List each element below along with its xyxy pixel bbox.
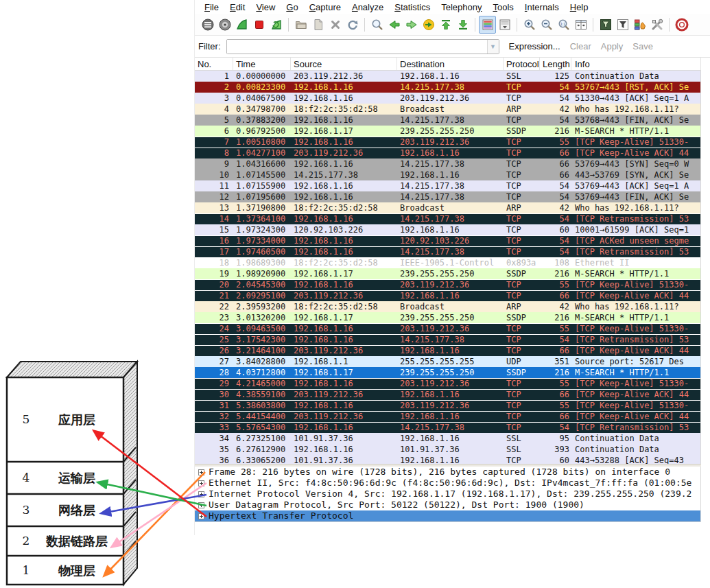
packet-row[interactable]: 9 1.04316600 192.168.1.16 14.215.177.38 … [195, 158, 700, 169]
cell-source: 192.168.1.16 [291, 400, 397, 411]
packet-row[interactable]: 17 1.97460500 192.168.1.16 14.215.177.38… [195, 246, 700, 257]
packet-row[interactable]: 23 3.01320200 192.168.1.17 239.255.255.2… [195, 312, 700, 323]
column-header-no[interactable]: No. [195, 58, 233, 70]
packet-row[interactable]: 3 0.04067500 192.168.1.16 203.119.212.36… [195, 93, 700, 104]
open-file-icon[interactable] [292, 16, 309, 34]
help-icon[interactable] [673, 16, 690, 34]
detail-row[interactable]: User Datagram Protocol, Src Port: 50122 … [195, 499, 700, 510]
coloring-rules-icon[interactable] [631, 16, 648, 34]
column-header-source[interactable]: Source [291, 58, 397, 70]
packet-row[interactable]: 33 5.57654300 192.168.1.16 14.215.177.38… [195, 422, 700, 433]
expand-plus-icon[interactable] [198, 491, 204, 497]
detail-row[interactable]: Hypertext Transfer Protocol [195, 510, 700, 521]
expand-plus-icon[interactable] [198, 480, 204, 486]
packet-row[interactable]: 11 1.07155900 192.168.1.16 14.215.177.38… [195, 180, 700, 191]
packet-row[interactable]: 2 0.00823300 192.168.1.16 14.215.177.38 … [195, 82, 700, 93]
packet-row[interactable]: 18 1.98689300 18:f2:2c:35:d2:58 IEEE-190… [195, 257, 700, 268]
packet-row[interactable]: 1 0.00000000 203.119.212.36 192.168.1.16… [195, 71, 700, 82]
expand-plus-icon[interactable] [198, 469, 204, 475]
find-packet-icon[interactable] [368, 16, 386, 34]
column-header-destination[interactable]: Destination [397, 58, 504, 70]
apply-button[interactable]: Apply [601, 41, 624, 51]
packet-row[interactable]: 5 0.37883200 192.168.1.16 14.215.177.38 … [195, 115, 700, 126]
packet-row[interactable]: 36 6.33065200 101.91.37.36 192.168.1.16 … [195, 455, 700, 464]
packet-row[interactable]: 7 1.00510800 192.168.1.16 203.119.212.36… [195, 137, 700, 148]
packet-row[interactable]: 26 3.21464100 203.119.212.36 192.168.1.1… [195, 345, 700, 356]
packet-row[interactable]: 28 4.03712800 192.168.1.17 239.255.255.2… [195, 367, 700, 378]
resize-columns-icon[interactable] [572, 16, 589, 34]
packet-row[interactable]: 22 2.39593200 18:f2:2c:35:d2:58 Broadcas… [195, 301, 700, 312]
menu-capture[interactable]: Capture [304, 1, 346, 14]
save-button[interactable]: Save [632, 41, 653, 51]
cell-no: 30 [195, 389, 233, 400]
menu-go[interactable]: Go [281, 1, 303, 14]
cell-destination: 239.255.255.250 [397, 312, 504, 323]
save-file-icon[interactable] [309, 16, 327, 34]
close-file-icon[interactable] [327, 16, 344, 34]
column-header-time[interactable]: Time [233, 58, 291, 70]
packet-row[interactable]: 15 1.97324300 120.92.103.226 192.168.1.1… [195, 224, 700, 235]
menu-internals[interactable]: Internals [519, 1, 565, 14]
start-capture-icon[interactable] [233, 16, 250, 34]
capture-filters-icon[interactable] [597, 16, 614, 34]
packet-row[interactable]: 24 3.09463500 192.168.1.16 203.119.212.3… [195, 323, 700, 334]
column-header-info[interactable]: Info [571, 58, 701, 70]
restart-capture-icon[interactable] [268, 16, 285, 34]
packet-row[interactable]: 20 2.04545300 192.168.1.16 203.119.212.3… [195, 279, 700, 290]
menu-telephony[interactable]: Telephony [436, 1, 487, 14]
menu-tools[interactable]: Tools [488, 1, 519, 14]
reload-icon[interactable] [344, 16, 361, 34]
packet-row[interactable]: 12 1.07195600 192.168.1.16 14.215.177.38… [195, 191, 700, 202]
packet-row[interactable]: 32 5.44154400 203.119.212.36 192.168.1.1… [195, 411, 700, 422]
packet-row[interactable]: 8 1.04277100 203.119.212.36 192.168.1.16… [195, 148, 700, 158]
packet-row[interactable]: 14 1.37364100 192.168.1.16 14.215.177.38… [195, 213, 700, 224]
packet-row[interactable]: 25 3.17542300 192.168.1.16 14.215.177.38… [195, 334, 700, 345]
filter-dropdown-arrow-icon[interactable]: ▼ [487, 40, 499, 54]
packet-row[interactable]: 21 2.09295100 203.119.212.36 192.168.1.1… [195, 290, 700, 301]
packet-row[interactable]: 30 4.38559100 203.119.212.36 192.168.1.1… [195, 389, 700, 400]
filter-input[interactable] [227, 40, 487, 54]
expand-plus-icon[interactable] [198, 513, 204, 519]
go-top-icon[interactable] [437, 16, 454, 34]
go-forward-icon[interactable] [403, 16, 420, 34]
go-to-packet-icon[interactable] [420, 16, 437, 34]
packet-row[interactable]: 4 0.34798700 18:f2:2c:35:d2:58 Broadcast… [195, 104, 700, 115]
zoom-in-icon[interactable] [521, 16, 538, 34]
packet-row[interactable]: 10 1.07145500 14.215.177.38 192.168.1.16… [195, 169, 700, 180]
detail-row[interactable]: Frame 28: 216 bytes on wire (1728 bits),… [195, 467, 700, 478]
capture-options-icon[interactable] [216, 16, 233, 34]
zoom-out-icon[interactable] [538, 16, 555, 34]
auto-scroll-icon[interactable] [496, 16, 513, 34]
packet-row[interactable]: 6 0.96792500 192.168.1.17 239.255.255.25… [195, 126, 700, 137]
go-back-icon[interactable] [386, 16, 403, 34]
packet-row[interactable]: 31 5.38603800 192.168.1.16 203.119.212.3… [195, 400, 700, 411]
expression-button[interactable]: Expression... [509, 41, 560, 51]
expand-plus-icon[interactable] [198, 502, 204, 508]
menu-analyze[interactable]: Analyze [346, 1, 389, 14]
zoom-original-icon[interactable]: 1:1 [555, 16, 572, 34]
packet-row[interactable]: 19 1.98920900 192.168.1.17 239.255.255.2… [195, 268, 700, 279]
packet-row[interactable]: 34 6.27325100 101.91.37.36 192.168.1.16 … [195, 433, 700, 444]
packet-row[interactable]: 35 6.27612900 192.168.1.16 101.91.37.36 … [195, 444, 700, 455]
menu-statistics[interactable]: Statistics [389, 1, 436, 14]
packet-row[interactable]: 29 4.21465000 192.168.1.16 203.119.212.3… [195, 378, 700, 389]
colorize-icon[interactable] [479, 16, 496, 34]
menu-edit[interactable]: Edit [224, 1, 250, 14]
list-interfaces-icon[interactable] [199, 16, 216, 34]
clear-button[interactable]: Clear [570, 41, 591, 51]
menu-file[interactable]: File [199, 1, 224, 14]
preferences-icon[interactable] [648, 16, 665, 34]
detail-row[interactable]: Internet Protocol Version 4, Src: 192.16… [195, 489, 700, 499]
display-filters-icon[interactable] [614, 16, 631, 34]
stop-capture-icon[interactable] [250, 16, 268, 34]
go-bottom-icon[interactable] [454, 16, 471, 34]
packet-row[interactable]: 16 1.97334000 192.168.1.16 120.92.103.22… [195, 235, 700, 246]
detail-row[interactable]: Ethernet II, Src: f4:8c:50:96:6d:9c (f4:… [195, 478, 700, 489]
packet-row[interactable]: 27 3.84028800 192.168.1.1 255.255.255.25… [195, 356, 700, 367]
packet-row[interactable]: 13 1.37190800 18:f2:2c:35:d2:58 Broadcas… [195, 202, 700, 213]
layer-number-3: 3 [23, 503, 30, 517]
column-header-protocol[interactable]: Protocol [504, 58, 540, 70]
menu-view[interactable]: View [250, 1, 281, 14]
column-header-length[interactable]: Length [540, 58, 571, 70]
menu-help[interactable]: Help [565, 1, 594, 14]
